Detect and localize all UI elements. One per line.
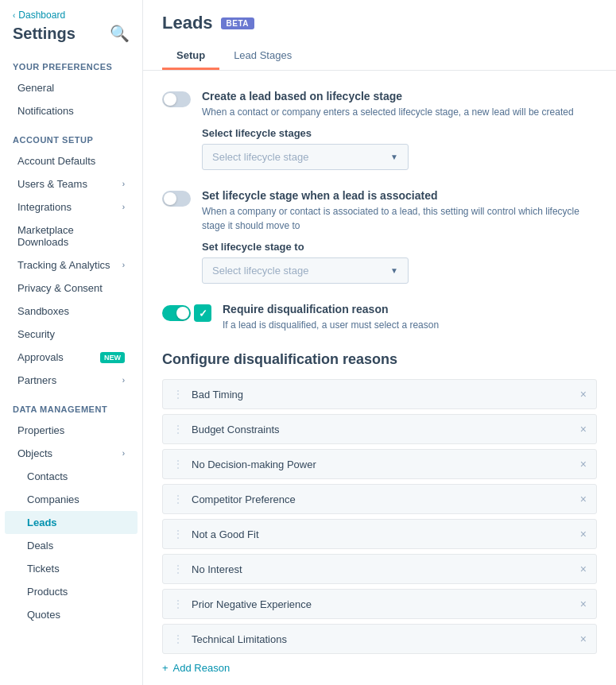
sidebar-item-security[interactable]: Security xyxy=(5,323,138,346)
remove-reason-button[interactable]: × xyxy=(580,458,587,470)
chevron-right-icon: › xyxy=(122,203,125,211)
remove-reason-button[interactable]: × xyxy=(580,423,587,435)
disq-item-left: ⋮ Technical Limitations xyxy=(172,633,287,645)
toggle-off-icon[interactable] xyxy=(162,191,191,207)
sidebar-item-contacts[interactable]: Contacts xyxy=(5,465,138,488)
sidebar-item-label: General xyxy=(17,82,54,94)
content-area: Create a lead based on lifecycle stage W… xyxy=(143,71,616,685)
sidebar-item-notifications[interactable]: Notifications xyxy=(5,99,138,122)
sidebar-item-label: Deals xyxy=(27,540,53,551)
toggle-on-icon[interactable] xyxy=(162,305,191,321)
chevron-right-icon: › xyxy=(122,261,125,269)
remove-reason-button[interactable]: × xyxy=(580,633,587,645)
sidebar-item-label: Security xyxy=(17,328,55,340)
sidebar-item-quotes[interactable]: Quotes xyxy=(5,603,138,626)
remove-reason-button[interactable]: × xyxy=(580,528,587,540)
disq-reason-item[interactable]: ⋮ Bad Timing × xyxy=(162,379,597,409)
back-chevron-icon: ‹ xyxy=(13,11,15,20)
sidebar-item-objects[interactable]: Objects › xyxy=(5,442,138,465)
lifecycle-stage-select-1[interactable]: Select lifecycle stage ▼ xyxy=(202,144,409,170)
lifecycle-stage-select-2[interactable]: Select lifecycle stage ▼ xyxy=(202,257,409,284)
sidebar-item-properties[interactable]: Properties xyxy=(5,419,138,442)
new-badge: NEW xyxy=(100,352,125,363)
chevron-right-icon: › xyxy=(122,180,125,188)
add-reason-button[interactable]: + Add Reason xyxy=(162,662,597,674)
setting-title: Require disqualification reason xyxy=(223,303,439,315)
section-label-data: Data Management xyxy=(0,392,142,419)
tab-setup[interactable]: Setup xyxy=(162,43,219,70)
sidebar-item-label: Integrations xyxy=(17,201,72,213)
setting-title: Create a lead based on lifecycle stage xyxy=(202,90,574,103)
sidebar-item-tracking[interactable]: Tracking & Analytics › xyxy=(5,253,138,277)
remove-reason-button[interactable]: × xyxy=(580,388,587,401)
tab-lead-stages[interactable]: Lead Stages xyxy=(219,43,306,70)
sidebar-item-label: Objects xyxy=(17,447,52,459)
remove-reason-button[interactable]: × xyxy=(580,598,587,610)
sidebar-item-approvals[interactable]: Approvals NEW xyxy=(5,346,138,369)
sidebar-item-label: Contacts xyxy=(27,470,68,482)
sidebar-item-integrations[interactable]: Integrations › xyxy=(5,195,138,219)
page-title-row: Leads BETA xyxy=(162,13,597,33)
sidebar-item-leads[interactable]: Leads xyxy=(5,511,138,534)
drag-handle-icon: ⋮ xyxy=(172,598,184,610)
sidebar-item-companies[interactable]: Companies xyxy=(5,488,138,511)
sidebar-item-account-defaults[interactable]: Account Defaults xyxy=(5,149,138,172)
sidebar-item-users-teams[interactable]: Users & Teams › xyxy=(5,172,138,195)
chevron-right-icon: › xyxy=(122,449,125,458)
sidebar-item-deals[interactable]: Deals xyxy=(5,534,138,557)
search-icon[interactable]: 🔍 xyxy=(110,24,130,43)
drag-handle-icon: ⋮ xyxy=(172,493,184,505)
select-placeholder: Select lifecycle stage xyxy=(212,265,308,277)
sidebar-item-tickets[interactable]: Tickets xyxy=(5,557,138,580)
toggle-create-lead[interactable] xyxy=(162,91,191,107)
disq-reason-item[interactable]: ⋮ Technical Limitations × xyxy=(162,624,597,654)
toggle-check-icon: ✓ xyxy=(194,304,211,322)
sidebar-item-products[interactable]: Products xyxy=(5,580,138,603)
drag-handle-icon: ⋮ xyxy=(172,563,184,575)
sidebar-item-label: Account Defaults xyxy=(17,155,95,167)
tabs: Setup Lead Stages xyxy=(162,43,597,70)
select-placeholder: Select lifecycle stage xyxy=(212,151,308,163)
sidebar-item-partners[interactable]: Partners › xyxy=(5,369,138,392)
sidebar-item-sandboxes[interactable]: Sandboxes xyxy=(5,300,138,323)
disq-reason-item[interactable]: ⋮ No Interest × xyxy=(162,554,597,584)
setting-text-create-lead: Create a lead based on lifecycle stage W… xyxy=(202,90,574,170)
page-header: Leads BETA Setup Lead Stages xyxy=(143,0,616,71)
sidebar-item-label: Users & Teams xyxy=(17,178,87,190)
sidebar-item-privacy[interactable]: Privacy & Consent xyxy=(5,277,138,300)
drag-handle-icon: ⋮ xyxy=(172,633,184,645)
remove-reason-button[interactable]: × xyxy=(580,563,587,575)
remove-reason-button[interactable]: × xyxy=(580,493,587,505)
back-link-label: Dashboard xyxy=(18,10,65,21)
setting-description: If a lead is disqualified, a user must s… xyxy=(223,318,439,332)
sidebar-item-label: Quotes xyxy=(27,609,60,621)
main-content: Leads BETA Setup Lead Stages Create a le… xyxy=(143,0,616,685)
disq-reason-item[interactable]: ⋮ Budget Constraints × xyxy=(162,414,597,444)
sidebar-item-marketplace[interactable]: Marketplace Downloads xyxy=(5,219,138,253)
disq-reason-item[interactable]: ⋮ Prior Negative Experience × xyxy=(162,589,597,619)
sidebar-item-label: Notifications xyxy=(17,105,74,117)
disq-item-left: ⋮ Bad Timing xyxy=(172,388,243,401)
disq-item-label: Competitor Preference xyxy=(192,493,296,505)
toggle-set-lifecycle[interactable] xyxy=(162,191,191,207)
sidebar-item-general[interactable]: General xyxy=(5,76,138,99)
setting-set-lifecycle: Set lifecycle stage when a lead is assoc… xyxy=(162,189,597,284)
disq-reason-item[interactable]: ⋮ Not a Good Fit × xyxy=(162,519,597,549)
section-label-preferences: Your Preferences xyxy=(0,49,142,76)
chevron-right-icon: › xyxy=(122,376,125,385)
disq-item-left: ⋮ Budget Constraints xyxy=(172,423,280,435)
beta-badge: BETA xyxy=(221,17,254,29)
back-link[interactable]: ‹ Dashboard xyxy=(13,10,130,21)
drag-handle-icon: ⋮ xyxy=(172,458,184,470)
disq-reason-item[interactable]: ⋮ Competitor Preference × xyxy=(162,484,597,514)
dropdown-arrow-icon: ▼ xyxy=(390,153,398,161)
disq-item-label: Prior Negative Experience xyxy=(192,598,312,610)
disq-item-label: Technical Limitations xyxy=(192,633,287,645)
disqualification-reasons-list: ⋮ Bad Timing × ⋮ Budget Constraints × ⋮ … xyxy=(162,379,597,654)
disq-reason-item[interactable]: ⋮ No Decision-making Power × xyxy=(162,449,597,479)
toggle-require-disq[interactable]: ✓ xyxy=(162,304,211,322)
toggle-off-icon[interactable] xyxy=(162,91,191,107)
setting-text-set-lifecycle: Set lifecycle stage when a lead is assoc… xyxy=(202,189,597,284)
setting-title: Set lifecycle stage when a lead is assoc… xyxy=(202,189,597,202)
drag-handle-icon: ⋮ xyxy=(172,423,184,435)
